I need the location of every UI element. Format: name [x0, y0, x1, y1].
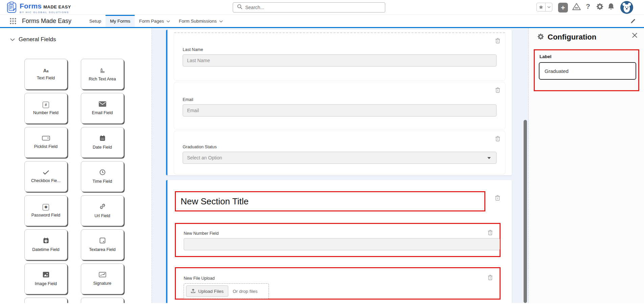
fields-palette-sidebar: General Fields Aa Text Field A Rich Text… [0, 28, 152, 303]
gear-icon [537, 33, 544, 42]
palette-card-signature[interactable]: Signature [81, 263, 124, 294]
field-label: New Number Field [184, 231, 500, 236]
field-label: Email [183, 97, 497, 102]
palette-card-text-field[interactable]: Aa Text Field [24, 59, 67, 90]
palette-section-title: General Fields [19, 36, 56, 43]
field-block-email[interactable]: Email Email [174, 82, 505, 129]
palette-card-checkbox-field[interactable]: Checkbox Fie... [24, 161, 67, 192]
image-field-icon [43, 272, 49, 279]
form-builder-canvas: Last Name Last Name Email Email Graduati [152, 28, 529, 303]
trash-icon[interactable] [495, 136, 500, 143]
section-trash-icon[interactable] [495, 195, 500, 202]
clipboard-logo-icon [7, 1, 17, 15]
email-input[interactable]: Email [183, 104, 497, 117]
palette-card-image-field[interactable]: Image Field [24, 263, 67, 294]
palette-card-number-field[interactable]: # Number Field [24, 93, 67, 124]
palette-card-password-field[interactable]: ✱ Password Field [24, 195, 67, 226]
drop-files-text: Or drop files [233, 289, 258, 294]
chevron-down-icon [166, 19, 170, 24]
tab-form-pages[interactable]: Form Pages [135, 15, 175, 27]
url-field-icon [99, 203, 106, 211]
label-config-highlight: Label [534, 49, 639, 91]
guidance-icon[interactable] [572, 3, 581, 10]
field-label: Last Name [183, 47, 497, 52]
tab-my-forms[interactable]: My Forms [106, 15, 135, 27]
favorites-caret-icon[interactable] [546, 6, 552, 8]
time-field-icon [99, 169, 106, 177]
chevron-down-icon [219, 19, 223, 24]
canvas-scrollbar[interactable] [524, 120, 527, 303]
section-title-highlight[interactable]: New Section Title [175, 191, 485, 211]
date-field-icon [99, 135, 106, 143]
palette-card-email-field[interactable]: Email Field [81, 93, 124, 124]
palette-card-datetime-field[interactable]: Datetime Field [24, 229, 67, 260]
signature-field-icon [99, 272, 106, 279]
last-name-input[interactable]: Last Name [183, 54, 497, 67]
general-fields-header[interactable]: General Fields [10, 36, 152, 43]
search-input[interactable] [245, 5, 385, 10]
brand-suffix: MADE EASY [43, 4, 71, 9]
palette-card-url-field[interactable]: Url Field [81, 195, 124, 226]
avatar[interactable] [620, 1, 633, 14]
text-field-icon: Aa [43, 68, 49, 73]
password-field-icon: ✱ [43, 204, 49, 210]
number-field-icon: # [43, 102, 49, 108]
form-section-1[interactable]: Last Name Last Name Email Email Graduati [166, 30, 512, 175]
palette-card-partial-2[interactable] [81, 298, 124, 303]
palette-card-picklist-field[interactable]: Picklist Field [24, 127, 67, 158]
new-number-field-highlight[interactable]: New Number Field [175, 223, 501, 257]
app-nav-bar: Forms Made Easy Setup My Forms Form Page… [0, 15, 644, 28]
checkbox-field-icon [43, 170, 49, 176]
upload-icon [191, 288, 196, 294]
file-dropzone[interactable]: Upload Files Or drop files [184, 283, 269, 299]
section-title[interactable]: New Section Title [181, 196, 249, 207]
palette-card-date-field[interactable]: Date Field [81, 127, 124, 158]
field-palette-grid: Aa Text Field A Rich Text Area # Number … [24, 59, 124, 303]
trash-icon[interactable] [495, 38, 500, 45]
help-icon[interactable]: ? [586, 2, 590, 10]
new-number-input[interactable] [184, 238, 500, 250]
field-block-last-name[interactable]: Last Name Last Name [174, 32, 505, 80]
edit-pencil-icon[interactable] [630, 18, 636, 25]
global-header: Forms MADE EASY BY HIC GLOBAL SOLUTIONS … [0, 0, 644, 15]
app-launcher-icon[interactable] [9, 18, 17, 25]
notifications-bell-icon[interactable] [607, 3, 615, 10]
palette-card-time-field[interactable]: Time Field [81, 161, 124, 192]
trash-icon[interactable] [488, 275, 493, 282]
select-caret-icon [487, 157, 491, 159]
setup-gear-icon[interactable] [596, 3, 604, 10]
svg-text:A: A [100, 68, 103, 71]
chevron-down-icon[interactable] [10, 36, 15, 43]
tab-setup[interactable]: Setup [85, 15, 106, 27]
close-icon[interactable] [631, 32, 638, 40]
trash-icon[interactable] [488, 230, 493, 237]
app-name: Forms Made Easy [22, 18, 71, 25]
new-file-upload-highlight[interactable]: New File Upload Upload Files Or drop fil… [175, 267, 501, 300]
tab-form-submissions[interactable]: Form Submissions [175, 15, 227, 27]
palette-card-rich-text-area[interactable]: A Rich Text Area [81, 59, 124, 90]
brand-name: Forms [20, 2, 42, 10]
configuration-panel: Configuration Label [529, 28, 644, 303]
quick-add-icon[interactable]: + [558, 3, 568, 12]
field-label: Graduation Status [183, 145, 497, 149]
field-block-graduation-status[interactable]: Graduation Status Select an Option [174, 131, 505, 174]
search-icon [237, 4, 243, 11]
field-label: New File Upload [184, 276, 500, 281]
datetime-field-icon [43, 237, 49, 245]
picklist-field-icon [42, 136, 50, 142]
trash-icon[interactable] [495, 87, 500, 94]
favorites-button[interactable] [536, 3, 552, 11]
favorites-star-icon[interactable] [537, 3, 546, 11]
email-field-icon [99, 101, 106, 108]
graduation-status-select[interactable]: Select an Option [183, 152, 497, 164]
global-search[interactable] [233, 2, 385, 12]
textarea-field-icon [99, 237, 106, 245]
palette-card-partial-1[interactable] [24, 298, 67, 303]
palette-card-textarea-field[interactable]: Textarea Field [81, 229, 124, 260]
form-section-2[interactable]: New Section Title New Number Field New F… [166, 180, 512, 303]
label-value-input[interactable] [539, 62, 636, 80]
upload-files-button[interactable]: Upload Files [186, 285, 228, 297]
label-field-caption: Label [539, 54, 638, 59]
rich-text-icon: A [99, 67, 106, 74]
brand-tagline: BY HIC GLOBAL SOLUTIONS [20, 11, 71, 14]
